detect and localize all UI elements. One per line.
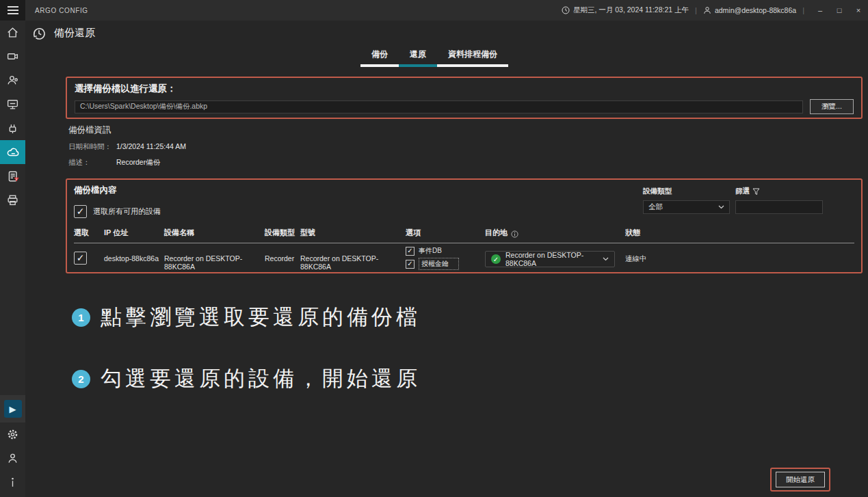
file-select-heading: 選擇備份檔以進行還原： [75, 83, 854, 95]
table-row-select-cell [74, 243, 104, 271]
page-header: 備份還原 [31, 25, 95, 41]
sidebar-item-printer[interactable] [0, 188, 25, 212]
username-text: admin@desktop-88kc86a [715, 6, 796, 14]
sidebar-item-users[interactable] [0, 68, 25, 92]
text-filter: 篩選 [735, 187, 823, 214]
start-restore-button[interactable]: 開始還原 [776, 472, 825, 487]
filter-funnel-icon [752, 188, 760, 196]
backup-file-info: 備份檔資訊 日期和時間： 1/3/2024 11:25:44 AM 描述： Re… [68, 124, 186, 167]
maximize-button[interactable]: □ [830, 0, 849, 21]
sidebar-item-plugins[interactable] [0, 116, 25, 140]
date-time-value: 1/3/2024 11:25:44 AM [116, 142, 186, 152]
col-header-model: 型號 [300, 228, 406, 243]
col-header-device-name: 設備名稱 [164, 228, 265, 243]
start-restore-highlight: 開始還原 [770, 468, 830, 492]
row-device-name: Recorder on DESKTOP-88KC86A [164, 243, 265, 271]
destination-value: Recorder on DESKTOP-88KC86A [505, 251, 598, 267]
select-all-checkbox[interactable] [74, 205, 87, 218]
sidebar-item-account[interactable] [0, 446, 25, 470]
app-title: ARGO CONFIG [35, 7, 88, 14]
backup-content-section: 備份檔內容 設備類型 全部 篩選 選取所有可用的設備 [66, 178, 863, 273]
description-value: Recorder備份 [116, 158, 160, 167]
filter-label: 篩選 [735, 187, 750, 196]
info-icon [6, 476, 19, 489]
col-header-options: 選項 [406, 228, 485, 243]
sidebar-item-home[interactable] [0, 21, 25, 44]
sidebar-item-about[interactable] [0, 470, 25, 494]
separator: | [802, 6, 804, 14]
user-icon [703, 6, 711, 14]
option-eventdb-label: 事件DB [419, 246, 442, 256]
col-header-device-type: 設備類型 [265, 228, 300, 243]
connected-check-icon: ✓ [491, 254, 501, 264]
filter-input[interactable] [735, 200, 823, 214]
col-header-select: 選取 [74, 228, 104, 243]
users-icon [6, 74, 19, 87]
separator: | [695, 6, 697, 14]
device-type-filter: 設備類型 全部 [643, 187, 730, 214]
hamburger-menu-button[interactable] [0, 0, 25, 21]
destination-select[interactable]: ✓ Recorder on DESKTOP-88KC86A [485, 251, 615, 267]
datetime-text: 星期三, 一月 03, 2024 11:28:21 上午 [573, 5, 689, 15]
row-model: Recorder on DESKTOP-88KC86A [300, 243, 406, 271]
select-all-label: 選取所有可用的設備 [93, 206, 161, 217]
step-1-text: 點擊瀏覽選取要還原的備份檔 [101, 303, 421, 332]
sidebar-item-monitor[interactable] [0, 92, 25, 116]
row-ip: desktop-88kc86a [104, 243, 164, 271]
log-alert-icon [6, 170, 20, 183]
main-content: 備份還原 備份 還原 資料排程備份 選擇備份檔以進行還原： 瀏覽... 備份檔資… [25, 21, 868, 497]
browse-button[interactable]: 瀏覽... [810, 99, 854, 114]
monitor-icon [6, 98, 19, 111]
account-icon [6, 452, 19, 465]
close-button[interactable]: × [849, 0, 868, 21]
device-type-label: 設備類型 [643, 187, 730, 196]
row-device-type: Recorder [265, 243, 300, 271]
tab-bar: 備份 還原 資料排程備份 [360, 42, 508, 67]
option-eventdb-checkbox[interactable] [406, 247, 415, 256]
tab-backup[interactable]: 備份 [360, 42, 399, 67]
step-1-badge: 1 [72, 308, 90, 327]
col-header-destination: 目的地 [485, 228, 625, 243]
row-destination-cell: ✓ Recorder on DESKTOP-88KC86A [485, 243, 625, 271]
col-header-status: 狀態 [625, 228, 854, 243]
step-2-text: 勾選要還原的設備，開始還原 [101, 364, 421, 393]
hamburger-icon [8, 6, 18, 8]
sidebar: ▶ [0, 21, 25, 497]
titlebar: ARGO CONFIG 星期三, 一月 03, 2024 11:28:21 上午… [0, 0, 868, 21]
chevron-down-icon [718, 205, 724, 209]
sidebar-item-backup-restore[interactable] [0, 140, 25, 164]
device-type-value: 全部 [648, 202, 663, 212]
device-type-select[interactable]: 全部 [643, 200, 730, 214]
date-time-label: 日期和時間： [68, 142, 116, 152]
clock-icon [562, 6, 570, 14]
row-options-cell: 事件DB 授權金鑰 [406, 243, 485, 271]
printer-icon [6, 193, 19, 206]
backup-restore-icon [31, 25, 47, 41]
info-icon [511, 230, 518, 238]
backup-file-path-input[interactable] [75, 100, 803, 113]
plugin-icon [6, 122, 19, 135]
sidebar-item-settings[interactable] [0, 422, 25, 446]
tab-schedule-backup[interactable]: 資料排程備份 [437, 42, 508, 67]
home-icon [6, 26, 19, 39]
sidebar-item-player[interactable]: ▶ [0, 395, 25, 422]
backup-file-info-heading: 備份檔資訊 [68, 124, 186, 136]
annotation-step-1: 1 點擊瀏覽選取要還原的備份檔 [72, 303, 421, 332]
row-status: 連線中 [625, 243, 854, 271]
description-label: 描述： [68, 158, 116, 167]
tab-restore[interactable]: 還原 [399, 42, 437, 67]
chevron-down-icon [603, 257, 609, 261]
sidebar-item-logs[interactable] [0, 164, 25, 188]
annotation-step-2: 2 勾選要還原的設備，開始還原 [72, 364, 421, 393]
minimize-button[interactable]: – [811, 0, 830, 21]
option-license-key-checkbox[interactable] [406, 260, 415, 269]
page-title: 備份還原 [54, 27, 95, 40]
sidebar-item-devices[interactable] [0, 44, 25, 68]
row-checkbox[interactable] [74, 252, 87, 265]
option-license-key-label: 授權金鑰 [419, 258, 459, 270]
player-logo-icon: ▶ [4, 400, 22, 418]
file-select-section: 選擇備份檔以進行還原： 瀏覽... [66, 77, 863, 119]
col-header-ip: IP 位址 [104, 228, 164, 243]
step-2-badge: 2 [72, 370, 90, 388]
device-icon [6, 50, 19, 63]
